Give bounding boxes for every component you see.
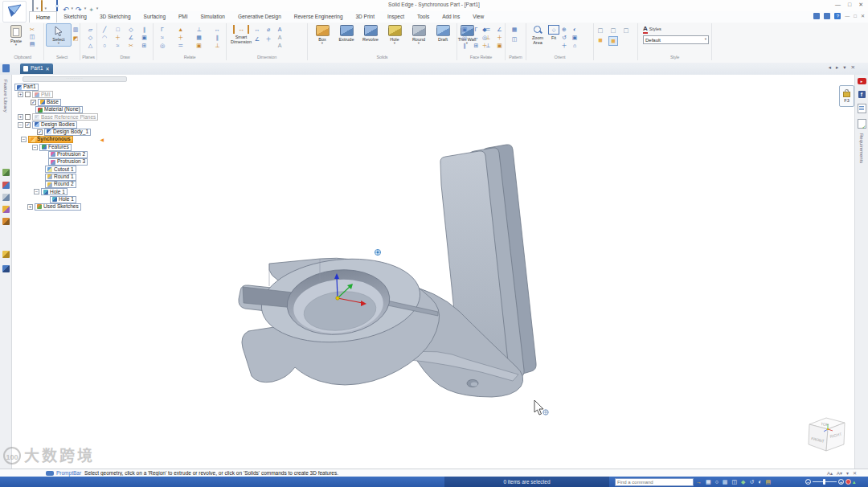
- draw-grid-icon[interactable]: ⊞: [141, 42, 149, 50]
- dimension-font-small-icon[interactable]: A: [276, 42, 284, 50]
- shade-icon[interactable]: ◐: [758, 479, 761, 485]
- pathfinder-item-cutout-1[interactable]: Cutout 1: [11, 166, 138, 173]
- tab-list-icon[interactable]: ▾: [843, 65, 845, 71]
- relate-lock-icon[interactable]: ▣: [195, 42, 203, 50]
- select-box-icon[interactable]: ◩: [72, 35, 80, 43]
- hole-button[interactable]: Hole▾: [383, 23, 407, 50]
- draw-project-icon[interactable]: ▣: [141, 34, 149, 42]
- select-options-icon[interactable]: ▥: [72, 26, 80, 34]
- relate-concentric-icon[interactable]: ◎: [158, 42, 166, 50]
- pathfinder-item-hole-1[interactable]: Hole 1: [11, 195, 138, 203]
- feature-library-tab[interactable]: Feature Library: [3, 80, 8, 113]
- relate-match-icon[interactable]: ≈: [158, 34, 166, 42]
- item-label-box[interactable]: Base Reference Planes: [32, 113, 98, 121]
- rotate-icon[interactable]: ↺: [750, 479, 755, 485]
- restore-icon[interactable]: □: [848, 2, 851, 7]
- relate-rigid-icon[interactable]: ▲: [177, 26, 185, 34]
- relate-ground-icon[interactable]: ⊥: [213, 42, 221, 50]
- face-relate-parallel-icon[interactable]: ∥: [461, 42, 469, 50]
- orient-home-icon[interactable]: ⌂: [571, 42, 579, 50]
- face-relate-perpendicular-icon[interactable]: ⊥: [484, 42, 492, 50]
- apps-icon[interactable]: [2, 265, 10, 272]
- part-3d-model[interactable]: [239, 145, 536, 397]
- shaded-edges-cube-icon[interactable]: ■: [608, 36, 617, 46]
- dropdown-caret-icon[interactable]: ▾: [84, 6, 87, 10]
- item-label-box[interactable]: Features: [39, 144, 72, 151]
- orient-rotate-icon[interactable]: ↺: [560, 34, 568, 42]
- tab-reverse-engineering[interactable]: Reverse Engineering: [288, 11, 350, 23]
- dimension-font-down-icon[interactable]: A: [276, 34, 284, 42]
- face-relate-grid-icon[interactable]: ⊞: [473, 42, 481, 50]
- item-label-box[interactable]: Used Sketches: [35, 203, 81, 211]
- face-relate-connect-icon[interactable]: Γ: [473, 26, 481, 34]
- expander-plus-icon[interactable]: +: [18, 114, 23, 120]
- face-relate-point-icon[interactable]: ＋: [496, 34, 504, 42]
- face-relate-project-icon[interactable]: ▣: [461, 26, 469, 34]
- pathfinder-item-protrusion-3[interactable]: Protrusion 3: [11, 158, 138, 166]
- minimize-icon[interactable]: —: [835, 2, 841, 7]
- tab-view[interactable]: View: [466, 11, 490, 23]
- extrude-button[interactable]: Extrude: [334, 23, 358, 50]
- relate-symmetric-icon[interactable]: ↔: [213, 26, 221, 34]
- pathfinder-item-design-body-1[interactable]: Design Body_1: [11, 129, 138, 136]
- requirements-tab[interactable]: Requirements: [859, 133, 864, 163]
- expander-minus-icon[interactable]: −: [21, 137, 27, 142]
- pathfinder-item-round-2[interactable]: Round 2: [11, 181, 138, 188]
- dropdown-caret-icon[interactable]: ▾: [45, 6, 47, 10]
- pathfinder-item-used-sketches[interactable]: +Used Sketches: [11, 203, 138, 211]
- shaded-cube-icon[interactable]: ■: [598, 36, 602, 46]
- zoom-track[interactable]: [813, 481, 837, 482]
- expander-plus-icon[interactable]: +: [18, 92, 23, 97]
- pattern-rectangular-icon[interactable]: ▦: [510, 26, 518, 34]
- layers-icon[interactable]: ▤: [766, 479, 772, 485]
- relate-pattern-icon[interactable]: ▦: [195, 34, 203, 42]
- paste-button[interactable]: Paste▾: [4, 23, 28, 47]
- zoom-out-icon[interactable]: −: [805, 479, 811, 485]
- app-logo-icon[interactable]: [2, 1, 27, 23]
- dimension-diameter-icon[interactable]: ⌀: [264, 26, 272, 34]
- draw-trim-icon[interactable]: ✂: [127, 42, 135, 50]
- view-cube[interactable]: TOP FRONT RIGHT: [809, 418, 845, 451]
- face-relate-ground-icon[interactable]: ⊥: [484, 34, 492, 42]
- font-increase-icon[interactable]: A▴: [827, 471, 833, 476]
- face-relate-symmetric-icon[interactable]: ↔: [473, 34, 481, 42]
- dropdown-caret-icon[interactable]: ▾: [394, 42, 395, 46]
- next-tab-icon[interactable]: ▸: [836, 65, 838, 71]
- tab-simulation[interactable]: Simulation: [194, 11, 231, 23]
- item-label-box[interactable]: Design Bodies: [32, 121, 77, 129]
- pin-icon[interactable]: ▾: [846, 471, 849, 476]
- style-dropdown[interactable]: Default▾: [643, 35, 709, 44]
- wire-cube-icon[interactable]: □: [598, 27, 602, 35]
- wire-cube-icon[interactable]: □: [624, 27, 628, 35]
- tab-3d-sketching[interactable]: 3D Sketching: [93, 11, 137, 23]
- draw-circle-icon[interactable]: ○: [100, 42, 108, 50]
- lock-dimensions-button[interactable]: F3: [839, 85, 854, 107]
- draw-polygon-icon[interactable]: ◇: [127, 26, 135, 34]
- item-label-box[interactable]: Round 2: [45, 181, 76, 188]
- help-icon[interactable]: ?: [834, 13, 841, 19]
- pathfinder-item-round-1[interactable]: Round 1: [11, 174, 138, 181]
- palette-icon[interactable]: [2, 206, 10, 213]
- dimension-coordinate-icon[interactable]: ＋: [264, 35, 272, 43]
- sheet-icon[interactable]: ◫: [731, 479, 737, 485]
- dropdown-caret-icon[interactable]: ▾: [36, 6, 39, 10]
- item-label-box[interactable]: Base: [38, 99, 61, 106]
- orient-pan-icon[interactable]: ＋: [560, 42, 568, 50]
- face-relate-concentric-icon[interactable]: ◎: [461, 34, 469, 42]
- expander-minus-icon[interactable]: −: [18, 122, 23, 128]
- dimension-font-up-icon[interactable]: A: [276, 26, 284, 34]
- dropdown-caret-icon[interactable]: ▾: [96, 6, 99, 10]
- smart-dimension-button[interactable]: ↔ Smart Dimension: [229, 23, 253, 50]
- face-relate-equal-icon[interactable]: ＝: [484, 26, 492, 34]
- tab-add-ins[interactable]: Add Ins: [436, 11, 466, 23]
- relate-parallel-icon[interactable]: ∥: [213, 34, 221, 42]
- expander-plus-icon[interactable]: +: [27, 204, 33, 210]
- tab-sketching[interactable]: Sketching: [57, 11, 93, 23]
- checklist-icon[interactable]: [858, 119, 866, 129]
- face-relate-lock-icon[interactable]: ▣: [496, 42, 504, 50]
- close-pane-icon[interactable]: ✕: [851, 65, 855, 71]
- item-label-box[interactable]: Material (None): [35, 106, 83, 113]
- item-label-box[interactable]: Protrusion 3: [48, 158, 88, 166]
- wire-cube-icon[interactable]: □: [611, 27, 615, 35]
- planes-plane-icon[interactable]: ▱: [87, 26, 95, 34]
